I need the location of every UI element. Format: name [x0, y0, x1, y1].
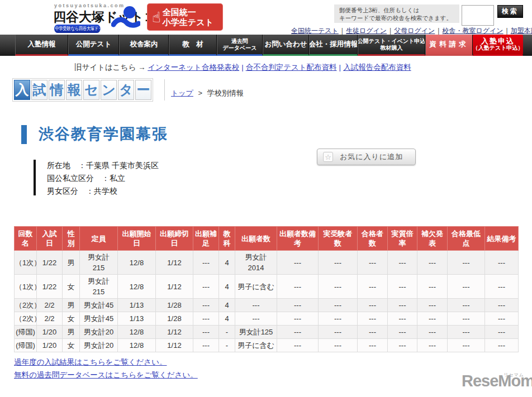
search-hint-line2: キーワードで最寄の校舎を検索できます。	[339, 15, 452, 21]
table-cell: 1/28	[156, 312, 193, 326]
nav-item-kakomon-database[interactable]: 過去問データベース	[217, 35, 263, 56]
table-cell: ---	[358, 299, 388, 312]
search-hint-line1: 郵便番号上3桁、住所もしくは	[339, 7, 419, 13]
account-link[interactable]: 全国統一テスト	[291, 27, 339, 35]
table-cell: (帰国)	[15, 339, 37, 352]
table-cell: 12/8	[118, 339, 156, 352]
table-cell: 男女計20	[80, 326, 118, 339]
account-link[interactable]: 父母ログイン	[394, 27, 435, 35]
table-cell: 男女計45	[80, 312, 118, 326]
table-body: （1次）1/22男男女計 21512/81/12---4男女計 2014----…	[15, 251, 519, 352]
nav-item-kokai-test[interactable]: 公開テスト	[68, 35, 119, 56]
nyushi-center-logo: 入試情報センター	[12, 78, 153, 102]
nav-item-shiryo-seikyu[interactable]: 資料請求	[425, 35, 473, 56]
account-link[interactable]: 校舎・教室ログイン	[442, 27, 503, 35]
table-cell: （1次）	[15, 275, 37, 299]
table-cell: 1/20	[37, 326, 63, 339]
table-cell: ---	[417, 326, 448, 339]
logo-char: ー	[135, 80, 151, 100]
school-search-input[interactable]	[462, 5, 494, 26]
table-cell: 男女計 215	[80, 251, 118, 275]
account-link[interactable]: 生徒ログイン	[346, 27, 387, 35]
nav-item-company-saiyo[interactable]: 会社・採用情報	[309, 35, 358, 56]
column-header: 出願補 足	[193, 227, 219, 251]
table-cell: ---	[193, 251, 219, 275]
nav-item-kosha-annai[interactable]: 校舎案内	[119, 35, 169, 56]
table-row: （1次）1/22男男女計 21512/81/12---4男女計 2014----…	[15, 251, 519, 275]
breadcrumb-home-link[interactable]: トップ	[171, 89, 193, 97]
table-cell: ---	[358, 251, 388, 275]
table-cell: ---	[277, 326, 319, 339]
star-icon: ☆	[323, 152, 333, 162]
table-cell: ---	[319, 275, 358, 299]
table-cell: -	[219, 339, 235, 352]
breadcrumb-separator: >	[198, 89, 203, 97]
table-cell: 4	[219, 299, 235, 312]
table-cell: 1/12	[156, 339, 193, 352]
header-row: 回数 名入試 日性 別定員出願開始 日出願締切 日出願補 足教 科出願者数出願者…	[15, 227, 519, 251]
logo-char: 報	[66, 80, 82, 100]
nav-item-otoiawase[interactable]: お問い合わせ	[263, 35, 309, 56]
nav-item-event-kyozai-konyu[interactable]: 公開テスト・イベント申込教材購入	[358, 35, 425, 56]
table-cell: ---	[319, 251, 358, 275]
column-header: 補欠発 表	[417, 227, 448, 251]
table-cell: ---	[388, 275, 417, 299]
bottom-link[interactable]: 過年度の入試結果はこちらをご覧ください。	[14, 356, 167, 369]
old-site-prefix: 旧サイトはこちら →	[74, 63, 145, 71]
column-header: 回数 名	[15, 227, 37, 251]
bottom-link[interactable]: 無料の過去問データベースはこちらをご覧ください。	[14, 369, 198, 381]
table-cell: ---	[417, 299, 448, 312]
nav-item-label: 教材購入	[381, 45, 403, 51]
nav-item-label: （入塾テスト申込）	[473, 45, 523, 51]
table-cell: 男女計45	[80, 299, 118, 312]
old-site-link[interactable]: 合不合判定テスト配布資料	[246, 63, 337, 71]
nav-item-nyujuku-moshikomi[interactable]: 入塾申込（入塾テスト申込）	[473, 35, 523, 56]
table-cell: ---	[235, 312, 277, 326]
table-cell: 1/12	[156, 326, 193, 339]
link-separator: |	[390, 27, 391, 35]
table-row: （1次）1/22女男女計 21512/81/12---4男子に含む-------…	[15, 275, 519, 299]
nav-item-nyujuku-joho[interactable]: 入塾情報	[15, 35, 68, 56]
search-button[interactable]: 検索	[497, 5, 523, 18]
column-header: 入試 日	[37, 227, 63, 251]
logo-char: ン	[101, 80, 117, 100]
table-cell: ---	[319, 326, 358, 339]
table-cell: ---	[417, 251, 448, 275]
table-cell: ---	[193, 275, 219, 299]
resemom-ruby: リセマム	[504, 372, 524, 378]
table-cell: ---	[277, 275, 319, 299]
column-header: 実受験者 数	[319, 227, 358, 251]
logo-char: タ	[118, 80, 134, 100]
account-link[interactable]: 加盟本部ログイン	[511, 27, 532, 35]
column-header: 定員	[80, 227, 118, 251]
table-cell: 女	[63, 312, 80, 326]
table-cell: ---	[319, 299, 358, 312]
add-favorite-button[interactable]: ☆ お気に入りに追加	[317, 149, 416, 165]
banner-line1: 全国統一	[163, 7, 196, 17]
table-cell: 男	[63, 251, 80, 275]
table-cell: 男女計125	[235, 326, 277, 339]
national-test-banner[interactable]: ☝ 全国統一 小学生テスト	[147, 3, 223, 31]
table-cell: ---	[448, 339, 485, 352]
table-cell: 1/28	[156, 299, 193, 312]
old-site-link[interactable]: インターネット合格発表校	[148, 63, 239, 71]
table-cell: 1/22	[37, 275, 63, 299]
table-cell: (帰国)	[15, 326, 37, 339]
column-header: 結果備考	[485, 227, 519, 251]
logo-char: セ	[83, 80, 99, 100]
table-cell: ---	[193, 299, 219, 312]
table-cell: （2次）	[15, 312, 37, 326]
nav-item-kyozai[interactable]: 教 材	[169, 35, 217, 56]
banner-line2: 小学生テスト	[163, 17, 213, 27]
table-cell: （2次）	[15, 299, 37, 312]
table-cell: 12/8	[118, 326, 156, 339]
table-row: (帰国)1/20女男女計2012/81/12----男子に含む---------…	[15, 339, 519, 352]
old-site-link[interactable]: 入試報告会配布資料	[343, 63, 411, 71]
table-cell: ---	[193, 312, 219, 326]
table-cell: ---	[358, 275, 388, 299]
table-cell: 1/12	[156, 251, 193, 275]
table-cell: 2/2	[37, 299, 63, 312]
detail-accent-bar	[34, 160, 36, 195]
logo-char: 試	[31, 80, 48, 100]
table-cell: ---	[193, 326, 219, 339]
